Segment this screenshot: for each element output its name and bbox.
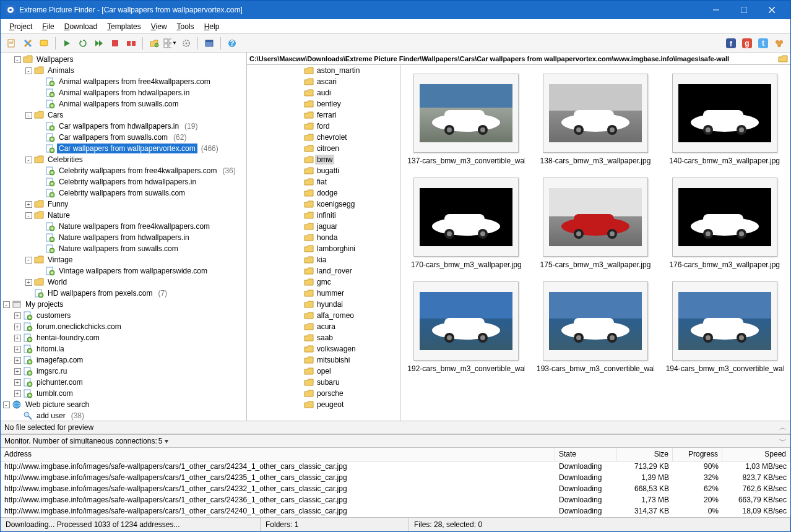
folder-item[interactable]: citroen [247, 143, 400, 154]
menu-help[interactable]: Help [199, 20, 225, 33]
menu-templates[interactable]: Templates [102, 20, 146, 33]
tree-item[interactable]: Animal wallpapers from hdwallpapers.in [1, 87, 246, 98]
menu-view[interactable]: View [146, 20, 172, 33]
tree-item[interactable]: Car wallpapers from suwalls.com(62) [1, 132, 246, 143]
dropdown-icon[interactable]: ▾ [165, 437, 168, 445]
community-icon[interactable] [772, 36, 787, 51]
thumbnail[interactable]: 193-cars_bmw_m3_convertible_wallp... [536, 281, 655, 373]
folder-item[interactable]: hyundai [247, 299, 400, 310]
thumbnail[interactable]: 138-cars_bmw_m3_wallpaper.jpg [536, 74, 655, 165]
facebook-icon[interactable]: f [724, 36, 738, 51]
download-row[interactable]: http://www.imgbase.info/images/safe-wall… [1, 506, 790, 517]
thumbnail[interactable]: 137-cars_bmw_m3_convertible_wallp... [407, 74, 526, 165]
folder-item[interactable]: peugeot [247, 399, 400, 410]
start-button[interactable] [59, 36, 74, 51]
thumbnail[interactable]: 194-cars_bmw_m3_convertible_wallp... [665, 281, 784, 373]
thumbnail[interactable]: 175-cars_bmw_m3_wallpaper.jpg [536, 178, 655, 269]
download-row[interactable]: http://www.imgbase.info/images/safe-wall… [1, 473, 790, 484]
col-size[interactable]: Size [617, 448, 673, 461]
tree-item[interactable]: Celebrity wallpapers from hdwallpapers.i… [1, 176, 246, 187]
folder-item[interactable]: ascari [247, 76, 400, 87]
expand-toggle[interactable]: - [25, 212, 32, 219]
folder-item[interactable]: honda [247, 232, 400, 243]
tree-item[interactable]: -Wallpapers [1, 54, 246, 65]
tree-item[interactable]: +forum.oneclickchicks.com [1, 321, 246, 332]
tree-item[interactable]: -Celebrities [1, 154, 246, 165]
folder-item[interactable]: porsche [247, 388, 400, 399]
folder-item[interactable]: dodge [247, 187, 400, 199]
expand-toggle[interactable]: + [14, 357, 21, 364]
thumbnail[interactable]: 140-cars_bmw_m3_wallpaper.jpg [665, 74, 784, 165]
menu-project[interactable]: Project [4, 20, 37, 33]
tree-item[interactable]: -Vintage [1, 254, 246, 265]
expand-toggle[interactable]: + [14, 390, 21, 397]
download-row[interactable]: http://www.imgbase.info/images/safe-wall… [1, 495, 790, 506]
preview-bar[interactable]: No file selected for preview ︿ [1, 421, 790, 434]
thumbnail-grid[interactable]: 137-cars_bmw_m3_convertible_wallp...138-… [400, 65, 790, 421]
folder-item[interactable]: bugatti [247, 165, 400, 176]
folder-item[interactable]: kia [247, 254, 400, 265]
download-row[interactable]: http://www.imgbase.info/images/safe-wall… [1, 484, 790, 495]
expand-toggle[interactable]: - [25, 67, 32, 74]
monitor-bar[interactable]: Monitor. Number of simultaneous connecti… [1, 434, 790, 448]
settings-button[interactable] [20, 36, 35, 51]
expand-toggle[interactable]: - [25, 257, 32, 264]
tree-item[interactable]: Nature wallpapers from suwalls.com [1, 243, 246, 254]
col-address[interactable]: Address [1, 448, 555, 461]
expand-toggle[interactable]: + [25, 279, 32, 286]
tree-item[interactable]: Car wallpapers from hdwallpapers.in(19) [1, 121, 246, 132]
folder-item[interactable]: bentley [247, 98, 400, 109]
expand-toggle[interactable]: - [3, 301, 10, 308]
chevron-up-icon[interactable]: ︿ [779, 423, 787, 433]
start-all-button[interactable] [92, 36, 106, 51]
tree-item[interactable]: -Cars [1, 109, 246, 121]
thumbnail[interactable]: 192-cars_bmw_m3_convertible_wallp... [407, 281, 526, 373]
chevron-down-icon[interactable]: ﹀ [779, 436, 787, 447]
folder-item[interactable]: fiat [247, 176, 400, 187]
col-speed[interactable]: Speed [722, 448, 790, 461]
folder-item[interactable]: aston_martin [247, 65, 400, 76]
folder-item[interactable]: land_rover [247, 265, 400, 277]
database-button[interactable] [202, 36, 217, 51]
folder-item[interactable]: lamborghini [247, 243, 400, 254]
folder-item[interactable]: alfa_romeo [247, 310, 400, 321]
folder-item[interactable]: ford [247, 121, 400, 132]
project-tree[interactable]: -Wallpapers-AnimalsAnimal wallpapers fro… [1, 53, 247, 421]
folder-list[interactable]: aston_martinascariaudibentleyferrariford… [247, 65, 400, 421]
thumbnails-button[interactable]: ▼ [163, 36, 178, 51]
folder-item[interactable]: ferrari [247, 109, 400, 121]
expand-toggle[interactable]: + [14, 379, 21, 386]
tree-item[interactable]: add user(38) [1, 410, 246, 421]
tree-item[interactable]: +imagefap.com [1, 354, 246, 366]
folder-item[interactable]: saab [247, 332, 400, 343]
thumbnail[interactable]: 170-cars_bmw_m3_wallpaper.jpg [407, 178, 526, 269]
expand-toggle[interactable]: - [14, 56, 21, 63]
tree-item[interactable]: Animal wallpapers from suwalls.com [1, 98, 246, 109]
col-progress[interactable]: Progress [673, 448, 722, 461]
col-state[interactable]: State [555, 448, 617, 461]
google-icon[interactable]: g [740, 36, 754, 51]
folder-item[interactable]: volkswagen [247, 343, 400, 354]
folder-item[interactable]: koenigsegg [247, 199, 400, 210]
folder-item[interactable]: chevrolet [247, 132, 400, 143]
tree-item[interactable]: Vintage wallpapers from wallpaperswide.c… [1, 265, 246, 277]
expand-toggle[interactable]: + [14, 324, 21, 330]
expand-toggle[interactable]: - [3, 401, 10, 408]
notes-button[interactable] [37, 36, 51, 51]
menu-file[interactable]: File [37, 20, 59, 33]
tree-item[interactable]: HD wallpapers from pexels.com(7) [1, 288, 246, 299]
twitter-icon[interactable]: t [756, 36, 771, 51]
folder-item[interactable]: bmw [247, 154, 400, 165]
folder-item[interactable]: gmc [247, 277, 400, 288]
tree-item[interactable]: -My projects [1, 299, 246, 310]
folder-item[interactable]: mitsubishi [247, 354, 400, 366]
expand-toggle[interactable]: + [14, 312, 21, 319]
tree-item[interactable]: -Animals [1, 65, 246, 76]
tree-item[interactable]: +customers [1, 310, 246, 321]
tree-item[interactable]: Celebrity wallpapers from free4kwallpape… [1, 165, 246, 176]
tree-item[interactable]: +tumblr.com [1, 388, 246, 399]
explorer-button[interactable] [147, 36, 162, 51]
tree-item[interactable]: Nature wallpapers from free4kwallpapers.… [1, 221, 246, 232]
expand-toggle[interactable]: + [14, 335, 21, 341]
expand-toggle[interactable]: + [25, 201, 32, 208]
